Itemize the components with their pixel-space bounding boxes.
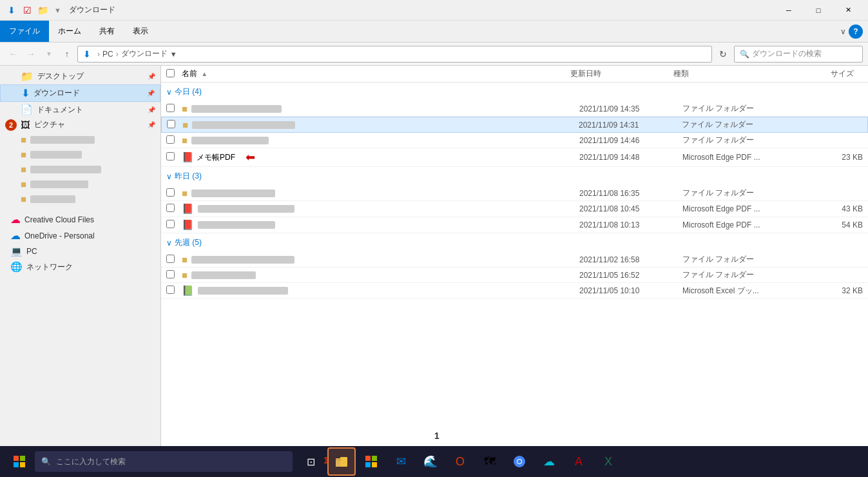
table-row[interactable]: ■ 2021/11/09 14:35 ファイル フォルダー — [161, 101, 868, 117]
row-checkbox[interactable] — [166, 255, 175, 263]
row-checkbox[interactable] — [166, 270, 175, 278]
taskbar-search[interactable]: 🔍 ここに入力して検索 — [35, 451, 293, 472]
window-title: ダウンロード — [69, 5, 115, 15]
excel-button[interactable]: X — [594, 447, 622, 476]
chrome-button[interactable] — [505, 447, 534, 476]
maximize-button[interactable]: □ — [804, 0, 833, 21]
up-button[interactable]: ↑ — [59, 46, 75, 62]
table-row[interactable]: ■ 2021/11/09 14:31 ファイル フォルダー — [161, 117, 868, 133]
minimize-button[interactable]: ─ — [774, 0, 804, 21]
file-type: ファイル フォルダー — [682, 119, 811, 130]
sidebar-item-creative-cloud[interactable]: ☁ Creative Cloud Files — [0, 211, 160, 228]
section-lastweek[interactable]: ∨ 先週 (5) — [161, 233, 868, 252]
file-explorer-taskbar-icon — [334, 454, 349, 469]
tab-file[interactable]: ファイル — [0, 21, 49, 42]
taskbar-search-icon: 🔍 — [41, 457, 51, 466]
folder1-label-blur — [30, 136, 95, 144]
sidebar-item-folder1[interactable]: ■ — [0, 132, 160, 147]
back-button[interactable]: ← — [5, 46, 21, 62]
maps-button[interactable]: 🗺 — [476, 447, 504, 476]
mail-button[interactable]: ✉ — [387, 447, 415, 476]
store-button[interactable] — [357, 447, 385, 476]
sidebar-item-folder2[interactable]: ■ — [0, 147, 160, 162]
sidebar-item-desktop[interactable]: 📁 デスクトップ 📌 — [0, 68, 160, 84]
address-path[interactable]: ⬇ › PC › ダウンロード ▼ — [77, 46, 712, 63]
table-row[interactable]: ■ 2021/11/08 16:35 ファイル フォルダー — [161, 186, 868, 201]
file-size: 54 KB — [811, 220, 863, 229]
table-row[interactable]: 📕 2021/11/08 10:45 Microsoft Edge PDF ..… — [161, 201, 868, 217]
excel-icon: 📗 — [182, 285, 194, 297]
acrobat-button[interactable]: A — [564, 447, 593, 476]
sidebar-item-network[interactable]: 🌐 ネットワーク — [0, 259, 160, 275]
sidebar-item-documents[interactable]: 📄 ドキュメント 📌 — [0, 102, 160, 117]
edge-button[interactable]: 🌊 — [416, 447, 445, 476]
acrobat-icon: A — [575, 455, 583, 469]
content-body: ∨ 今日 (4) ■ 2021/11/09 14:35 ファイル フォルダー ■ — [161, 83, 868, 459]
path-separator-1: › — [97, 50, 100, 59]
svg-rect-9 — [365, 462, 371, 467]
sidebar-label-network: ネットワーク — [26, 262, 73, 273]
row-checkbox[interactable] — [166, 286, 175, 294]
file-size: 23 KB — [811, 153, 863, 162]
start-button[interactable] — [5, 447, 34, 476]
svg-rect-8 — [372, 456, 377, 461]
row-checkbox[interactable] — [166, 220, 175, 228]
sidebar-item-pictures[interactable]: 🖼 ピクチャ 📌 — [0, 117, 160, 132]
row-checkbox[interactable] — [166, 152, 175, 161]
azure-button[interactable]: ☁ — [535, 447, 563, 476]
file-type: ファイル フォルダー — [682, 188, 811, 199]
file-size: 32 KB — [811, 286, 863, 295]
tab-home[interactable]: ホーム — [49, 21, 90, 42]
tab-share[interactable]: 共有 — [90, 21, 124, 42]
titlebar: ⬇ ☑ 📁 ▼ ダウンロード ─ □ ✕ — [0, 0, 868, 21]
path-dropdown-icon[interactable]: ▼ — [170, 50, 177, 58]
table-row[interactable]: 📕 メモ帳PDF ⬅ 2021/11/09 14:48 Microsoft Ed… — [161, 148, 868, 167]
folder-icon: ■ — [182, 188, 188, 199]
sidebar-item-folder3[interactable]: ■ — [0, 162, 160, 177]
ribbon-collapse-icon[interactable]: ∨ — [840, 27, 846, 36]
sidebar-item-download[interactable]: ⬇ ダウンロード 📌 — [0, 84, 160, 102]
help-button[interactable]: ? — [849, 24, 863, 39]
tab-view[interactable]: 表示 — [124, 21, 157, 42]
nav-chevron-down[interactable]: ▼ — [41, 46, 57, 62]
sidebar-item-onedrive[interactable]: ☁ OneDrive - Personal — [0, 228, 160, 244]
row-checkbox[interactable] — [166, 104, 175, 112]
pc-icon: 💻 — [10, 246, 23, 257]
table-row[interactable]: ■ 2021/11/09 14:46 ファイル フォルダー — [161, 133, 868, 148]
table-row[interactable]: ■ 2021/11/05 16:52 ファイル フォルダー — [161, 268, 868, 283]
row-checkbox[interactable] — [166, 188, 175, 197]
col-header-size[interactable]: サイズ — [802, 68, 854, 79]
sidebar-item-folder5[interactable]: ■ — [0, 191, 160, 206]
path-pc: PC — [102, 50, 113, 59]
folder5-label-blur — [30, 195, 75, 203]
forward-button[interactable]: → — [23, 46, 39, 62]
section-yesterday[interactable]: ∨ 昨日 (3) — [161, 167, 868, 186]
select-all-checkbox[interactable] — [166, 69, 175, 77]
close-button[interactable]: ✕ — [833, 0, 863, 21]
desktop-folder-icon: 📁 — [21, 70, 34, 83]
search-box[interactable]: 🔍 ダウンロードの検索 — [734, 46, 863, 63]
section-today[interactable]: ∨ 今日 (4) — [161, 83, 868, 101]
sidebar-item-folder4[interactable]: ■ — [0, 177, 160, 191]
table-row[interactable]: ■ 2021/11/02 16:58 ファイル フォルダー — [161, 252, 868, 268]
folder-icon: ■ — [182, 254, 188, 265]
sidebar-item-pc[interactable]: 💻 PC — [0, 244, 160, 259]
row-checkbox[interactable] — [166, 204, 175, 212]
file-type: ファイル フォルダー — [682, 254, 811, 265]
row-checkbox[interactable] — [166, 135, 175, 144]
windows-icon — [13, 455, 26, 468]
col-header-type[interactable]: 種類 — [673, 68, 802, 79]
table-row[interactable]: 📗 2021/11/05 10:10 Microsoft Excel ブッ...… — [161, 283, 868, 299]
col-header-date[interactable]: 更新日時 — [570, 68, 673, 79]
refresh-button[interactable]: ↻ — [715, 46, 731, 63]
col-header-name[interactable]: 名前 ▲ — [182, 68, 570, 79]
office-button[interactable]: O — [446, 447, 474, 476]
folder3-icon: ■ — [21, 164, 26, 175]
task-view-button[interactable]: ⊡ — [296, 447, 325, 476]
svg-point-13 — [517, 460, 521, 463]
table-row[interactable]: 📕 2021/11/08 10:13 Microsoft Edge PDF ..… — [161, 217, 868, 233]
row-checkbox[interactable] — [167, 120, 175, 128]
path-download: ダウンロード — [121, 48, 168, 59]
svg-rect-2 — [14, 462, 19, 467]
file-explorer-taskbar-button[interactable] — [327, 447, 356, 476]
